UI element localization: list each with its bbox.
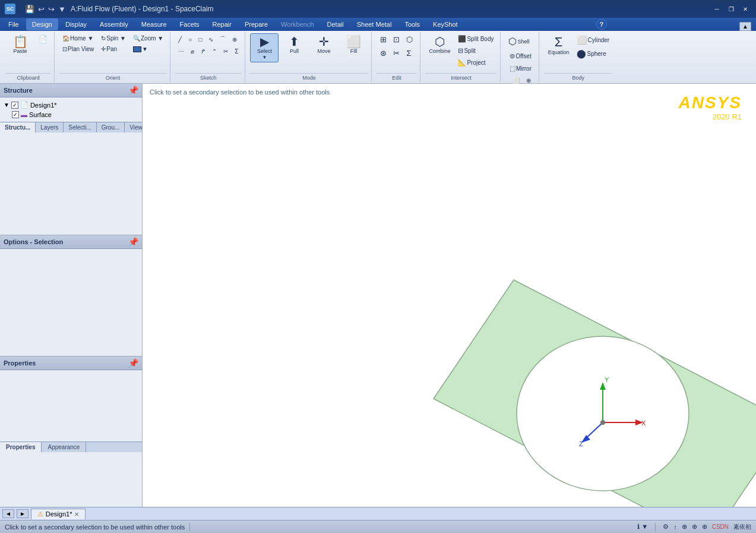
restore-button[interactable]: ❐ bbox=[725, 4, 737, 14]
minimize-button[interactable]: ─ bbox=[711, 4, 723, 14]
equation-button[interactable]: Σ Equation bbox=[544, 33, 572, 58]
plan-view-button[interactable]: ⊡ Plan View bbox=[59, 44, 97, 54]
paste-label: Paste bbox=[13, 48, 27, 54]
design1-tab[interactable]: ⚠ Design1* ✕ bbox=[31, 509, 86, 519]
menu-display[interactable]: Display bbox=[59, 18, 93, 30]
home-label: Home ▼ bbox=[70, 35, 93, 42]
zoom-button[interactable]: 🔍 Zoom ▼ bbox=[130, 33, 166, 43]
copy-button[interactable]: 📄 bbox=[36, 33, 50, 45]
title-left: SC 💾 ↩ ↪ ▼ A:Fluid Flow (Fluent) - Desig… bbox=[5, 4, 214, 14]
tree-item-surface[interactable]: ✓ ▬ Surface bbox=[2, 110, 140, 119]
mirror-icon: ⬚ bbox=[510, 65, 515, 72]
customize-quick-btn[interactable]: ▼ bbox=[57, 5, 67, 14]
tab-nav-prev[interactable]: ◄ bbox=[2, 509, 14, 518]
edit-tool4[interactable]: ⊛ bbox=[377, 47, 390, 59]
fill-button[interactable]: ⬜ Fill bbox=[339, 33, 368, 56]
mirror-button[interactable]: ⬚ Mirror bbox=[507, 63, 534, 74]
viewport[interactable]: Click to set a secondary selection to be… bbox=[143, 84, 756, 507]
offset-button[interactable]: ⊜ Offset bbox=[507, 51, 534, 62]
menu-tools[interactable]: Tools bbox=[398, 18, 426, 30]
status-btn2[interactable]: ↑ bbox=[673, 523, 677, 531]
sketch-circle-btn[interactable]: ○ bbox=[185, 33, 195, 45]
menu-prepare[interactable]: Prepare bbox=[239, 18, 274, 30]
pan-button[interactable]: ✛ Pan bbox=[98, 44, 129, 54]
menu-file[interactable]: File bbox=[2, 18, 25, 30]
move-button[interactable]: ✛ Move bbox=[309, 33, 338, 56]
sketch-tool2e[interactable]: ✂ bbox=[220, 46, 231, 56]
edit-tool2[interactable]: ⊡ bbox=[390, 33, 403, 46]
body-label: Body bbox=[544, 73, 612, 82]
split-button[interactable]: ⊟ Split bbox=[455, 45, 496, 56]
properties-pin[interactable]: 📌 bbox=[128, 358, 138, 368]
design1-checkbox[interactable]: ✓ bbox=[11, 102, 18, 109]
ribbon-collapse-button[interactable]: ▲ bbox=[739, 22, 751, 31]
status-btn5[interactable]: ⊕ bbox=[702, 523, 707, 531]
status-btn4[interactable]: ⊕ bbox=[692, 523, 697, 531]
edit-tool5[interactable]: ✂ bbox=[390, 47, 403, 59]
menu-workbench[interactable]: Workbench bbox=[275, 18, 320, 30]
menu-sheet-metal[interactable]: Sheet Metal bbox=[351, 18, 398, 30]
ribbon: 📋 Paste 📄 Clipboard 🏠 bbox=[0, 31, 756, 84]
prop-tab-appearance[interactable]: Appearance bbox=[42, 442, 86, 452]
sketch-more-btn[interactable]: ⊕ bbox=[229, 33, 240, 45]
combine-button[interactable]: ⬡ Combine bbox=[425, 33, 454, 56]
save-quick-btn[interactable]: 💾 bbox=[24, 5, 36, 14]
prop-tab-properties[interactable]: Properties bbox=[0, 442, 42, 452]
status-btn3[interactable]: ⊕ bbox=[682, 523, 687, 531]
home-button[interactable]: 🏠 Home ▼ bbox=[59, 33, 97, 43]
undo-quick-btn[interactable]: ↩ bbox=[37, 5, 46, 14]
surface-checkbox[interactable]: ✓ bbox=[12, 111, 19, 118]
sketch-spline-btn[interactable]: ∿ bbox=[205, 33, 216, 45]
shell-button[interactable]: ⬡ Shell bbox=[505, 33, 535, 49]
tab-selections[interactable]: Selecti... bbox=[64, 122, 96, 133]
zoom-label: Zoom ▼ bbox=[141, 35, 163, 42]
edit-tool3[interactable]: ⬡ bbox=[403, 33, 416, 46]
sketch-rect-btn[interactable]: □ bbox=[195, 33, 205, 45]
offset-icon: ⊜ bbox=[510, 52, 515, 60]
menu-detail[interactable]: Detail bbox=[321, 18, 350, 30]
sketch2b-icon: ⌀ bbox=[191, 48, 194, 55]
redo-quick-btn[interactable]: ↪ bbox=[47, 5, 56, 14]
sphere-button[interactable]: ⬤ Sphere bbox=[574, 47, 612, 60]
tab-layers[interactable]: Layers bbox=[36, 122, 64, 133]
split-body-button[interactable]: ⬛ Split Body bbox=[455, 33, 496, 45]
sketch-tool2d[interactable]: ⌃ bbox=[209, 46, 220, 56]
sketch-tool2f[interactable]: Σ bbox=[232, 46, 241, 56]
sketch-tool2c[interactable]: ↱ bbox=[198, 46, 208, 56]
sketch-tool2b[interactable]: ⌀ bbox=[188, 46, 197, 56]
spin-button[interactable]: ↻ Spin ▼ bbox=[98, 33, 129, 43]
tab-groups[interactable]: Grou... bbox=[97, 122, 125, 133]
menu-repair[interactable]: Repair bbox=[207, 18, 238, 30]
ribbon-group-create: ⬡ Shell ⊜ Offset ⬚ bbox=[502, 32, 539, 82]
menu-design[interactable]: Design bbox=[26, 18, 58, 30]
help-button[interactable]: ? bbox=[596, 19, 607, 30]
edit-tool1[interactable]: ⊞ bbox=[377, 33, 390, 46]
sketch-tool2a[interactable]: ⋯ bbox=[175, 46, 187, 56]
select-button[interactable]: ▶ Select ▼ bbox=[250, 33, 279, 62]
menu-facets[interactable]: Facets bbox=[174, 18, 205, 30]
cylinder-label: Cylinder bbox=[587, 37, 609, 43]
paste-button[interactable]: 📋 Paste bbox=[6, 33, 34, 56]
tab-structure[interactable]: Structu... bbox=[0, 122, 36, 133]
sketch-line-btn[interactable]: ╱ bbox=[175, 33, 185, 45]
close-button[interactable]: ✕ bbox=[739, 4, 751, 14]
menu-keyshot[interactable]: KeyShot bbox=[427, 18, 464, 30]
menu-assembly[interactable]: Assembly bbox=[94, 18, 134, 30]
intersect-label: Intersect bbox=[425, 73, 496, 82]
tab-nav-next[interactable]: ► bbox=[17, 509, 29, 518]
cylinder-button[interactable]: ⬜ Cylinder bbox=[574, 33, 612, 46]
options-pin[interactable]: 📌 bbox=[128, 237, 138, 247]
tree-expand-icon: ▼ bbox=[4, 102, 10, 108]
design1-tab-close[interactable]: ✕ bbox=[74, 511, 79, 518]
pull-button[interactable]: ⬆ Pull bbox=[280, 33, 308, 56]
status-btn1[interactable]: ⚙ bbox=[663, 523, 669, 531]
menu-measure[interactable]: Measure bbox=[135, 18, 173, 30]
edit6-icon: Σ bbox=[406, 49, 411, 58]
project-button[interactable]: 📐 Project bbox=[455, 57, 496, 68]
edit-tool6[interactable]: Σ bbox=[403, 47, 414, 59]
sketch-arc-btn[interactable]: ⌒ bbox=[217, 33, 229, 45]
tree-item-design1[interactable]: ▼ ✓ 📄 Design1* bbox=[2, 100, 140, 110]
structure-pin[interactable]: 📌 bbox=[128, 86, 138, 95]
color-button[interactable]: ▼ bbox=[130, 44, 166, 54]
info-icon[interactable]: ℹ ▼ bbox=[637, 523, 648, 531]
